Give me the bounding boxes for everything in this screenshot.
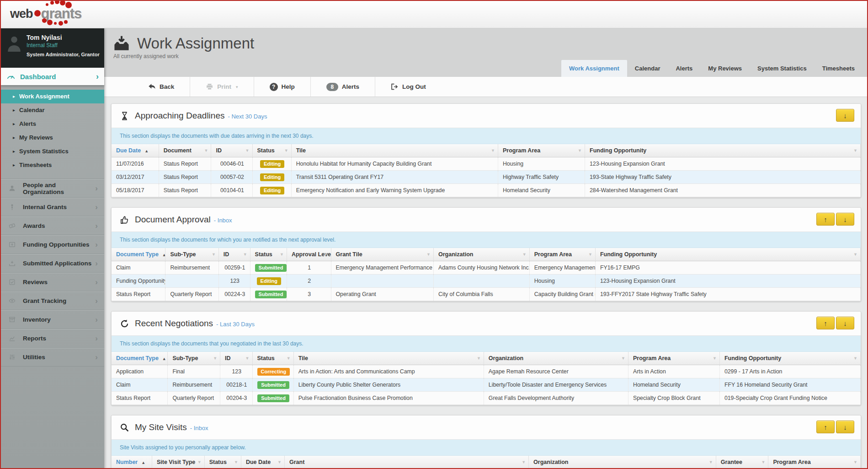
arrow-down-icon: ↓ xyxy=(843,423,847,431)
move-up-button[interactable]: ↑ xyxy=(816,213,835,226)
sidebar-item-inventory[interactable]: Inventory› xyxy=(1,310,104,329)
column-header-funding-opportunity[interactable]: Funding Opportunity▼ xyxy=(585,144,861,157)
sidebar-item-label: My Reviews xyxy=(19,134,53,141)
sidebar-item-alerts[interactable]: ▸Alerts xyxy=(1,117,104,131)
table-cell: 123 xyxy=(220,365,252,378)
table-row[interactable]: Funding Opportunity123Editing2Housing123… xyxy=(112,275,861,288)
sidebar-item-awards[interactable]: Awards› xyxy=(1,216,104,235)
tab-system-statistics[interactable]: System Statistics xyxy=(750,60,815,77)
sidebar-item-work-assignment[interactable]: ▸Work Assignment xyxy=(1,90,104,103)
table-cell: Operating Grant xyxy=(331,288,433,301)
move-up-button[interactable]: ↑ xyxy=(816,317,835,329)
table-row[interactable]: 05/18/2017Status Report00104-01EditingEm… xyxy=(112,184,861,197)
column-header-grantee[interactable]: Grantee▼ xyxy=(716,456,768,469)
tab-work-assignment[interactable]: Work Assignment xyxy=(561,60,627,77)
move-down-button[interactable]: ↓ xyxy=(836,213,854,226)
tab-timesheets[interactable]: Timesheets xyxy=(815,60,863,77)
tab-my-reviews[interactable]: My Reviews xyxy=(700,60,750,77)
dashboard-gauge-icon xyxy=(6,72,16,81)
logout-icon xyxy=(391,83,399,90)
column-header-program-area[interactable]: Program Area▼ xyxy=(768,456,861,469)
section-info: This section displays the documents with… xyxy=(112,128,861,144)
table-row[interactable]: Status ReportQuarterly Report00224-3Subm… xyxy=(112,288,861,301)
column-header-due-date[interactable]: Due Date▲ xyxy=(112,144,159,157)
content-area: Approaching Deadlines - Next 30 Days ↓ T… xyxy=(104,97,867,469)
help-button[interactable]: ? Help xyxy=(254,77,310,97)
sidebar-item-utilities[interactable]: Utilities› xyxy=(1,348,104,367)
column-header-approval-level[interactable]: Approval Level▼ xyxy=(287,248,331,261)
column-header-sub-type[interactable]: Sub-Type▼ xyxy=(165,248,218,261)
sidebar-item-my-reviews[interactable]: ▸My Reviews xyxy=(1,131,104,145)
move-down-button[interactable]: ↓ xyxy=(836,317,854,329)
sidebar-item-dashboard[interactable]: Dashboard › xyxy=(1,68,104,85)
column-header-program-area[interactable]: Program Area▼ xyxy=(628,352,720,365)
column-header-id[interactable]: ID▼ xyxy=(211,144,252,157)
tab-calendar[interactable]: Calendar xyxy=(627,60,668,77)
chevron-right-icon: › xyxy=(95,278,98,287)
sidebar-item-reports[interactable]: Reports› xyxy=(1,329,104,348)
table-row[interactable]: ClaimReimbursement00218-1SubmittedLibert… xyxy=(112,378,861,392)
sidebar-item-people-and-organizations[interactable]: People and Organizations› xyxy=(1,179,104,198)
sidebar-item-calendar[interactable]: ▸Calendar xyxy=(1,103,104,117)
status-badge: Editing xyxy=(260,173,284,181)
column-header-grant[interactable]: Grant▼ xyxy=(284,456,528,469)
chevron-right-icon: › xyxy=(95,240,98,249)
move-down-button[interactable]: ↓ xyxy=(836,420,854,433)
sort-ascending-icon: ▲ xyxy=(162,253,165,257)
chevron-right-icon: › xyxy=(96,72,99,81)
print-button[interactable]: Print ▾ xyxy=(190,77,253,97)
column-header-organization[interactable]: Organization▼ xyxy=(484,352,628,365)
sidebar-item-grant-tracking[interactable]: Grant Tracking› xyxy=(1,291,104,310)
back-button[interactable]: Back xyxy=(133,77,190,97)
filter-dropdown-icon: ▼ xyxy=(212,252,216,257)
column-header-id[interactable]: ID▼ xyxy=(220,352,252,365)
column-header-funding-opportunity[interactable]: Funding Opportunity▼ xyxy=(719,352,860,365)
arrow-down-icon: ↓ xyxy=(843,216,847,223)
sidebar-item-timesheets[interactable]: ▸Timesheets xyxy=(1,158,104,172)
sidebar-item-submitted-applications[interactable]: Submitted Applications› xyxy=(1,254,104,273)
column-header-status[interactable]: Status▼ xyxy=(204,456,241,469)
column-header-status[interactable]: Status▼ xyxy=(250,248,287,261)
column-header-status[interactable]: Status▼ xyxy=(252,352,293,365)
table-cell: Reimbursement xyxy=(168,378,220,392)
webgrants-logo: webgrants xyxy=(10,5,81,22)
column-header-document-type[interactable]: Document Type▲ xyxy=(112,352,168,365)
sidebar-item-funding-opportunities[interactable]: Funding Opportunities› xyxy=(1,235,104,254)
column-header-number[interactable]: Number▲ xyxy=(112,456,152,469)
sidebar-item-label: Reviews xyxy=(23,279,95,286)
move-up-button[interactable]: ↑ xyxy=(816,420,835,433)
table-row[interactable]: ClaimReimbursement00259-1Submitted1Emerg… xyxy=(112,261,861,275)
logout-button[interactable]: Log Out xyxy=(375,77,442,97)
column-header-funding-opportunity[interactable]: Funding Opportunity▼ xyxy=(595,248,860,261)
table-row[interactable]: ApplicationFinal123CorrectingArts in Act… xyxy=(112,365,861,378)
tab-alerts[interactable]: Alerts xyxy=(668,60,700,77)
column-header-organization[interactable]: Organization▼ xyxy=(529,456,716,469)
people-icon xyxy=(8,185,16,192)
column-header-tile[interactable]: Tile▼ xyxy=(293,352,484,365)
table-row[interactable]: 03/12/2017Status Report00057-02EditingTr… xyxy=(112,171,861,184)
column-header-tile[interactable]: Tile▼ xyxy=(291,144,498,157)
page-title: Work Assignment xyxy=(137,35,254,52)
section-title: Document Approval xyxy=(135,215,211,225)
table-row[interactable]: Status ReportQuarterly Report00204-3Subm… xyxy=(112,392,861,405)
column-header-sub-type[interactable]: Sub-Type▼ xyxy=(168,352,220,365)
column-header-grant-tile[interactable]: Grant Tile▼ xyxy=(331,248,433,261)
column-header-document[interactable]: Document▼ xyxy=(159,144,211,157)
column-header-program-area[interactable]: Program Area▼ xyxy=(529,248,595,261)
eye-icon xyxy=(8,297,16,305)
move-down-button[interactable]: ↓ xyxy=(836,109,854,122)
alerts-button[interactable]: 8 Alerts xyxy=(310,77,375,97)
column-header-site-visit-type[interactable]: Site Visit Type▼ xyxy=(152,456,204,469)
section-my-site-visits: My Site Visits - Inbox ↑↓ Site Visits as… xyxy=(111,415,861,469)
table-row[interactable]: 11/07/2016Status Report00046-01EditingHo… xyxy=(112,157,861,171)
column-header-status[interactable]: Status▼ xyxy=(252,144,291,157)
column-header-document-type[interactable]: Document Type▲ xyxy=(112,248,165,261)
column-header-organization[interactable]: Organization▼ xyxy=(434,248,530,261)
table-cell: Transit 5311 Operating Grant FY17 xyxy=(291,171,498,184)
column-header-id[interactable]: ID▼ xyxy=(218,248,250,261)
sidebar-item-reviews[interactable]: Reviews› xyxy=(1,273,104,291)
column-header-due-date[interactable]: Due Date▼ xyxy=(241,456,284,469)
column-header-program-area[interactable]: Program Area▼ xyxy=(498,144,585,157)
sidebar-item-system-statistics[interactable]: ▸System Statistics xyxy=(1,145,104,158)
sidebar-item-internal-grants[interactable]: Internal Grants› xyxy=(1,198,104,216)
